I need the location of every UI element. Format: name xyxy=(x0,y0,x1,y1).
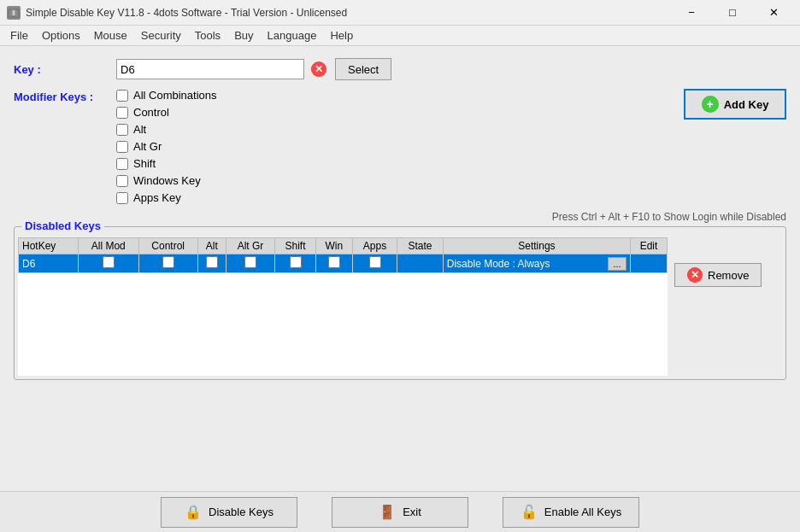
menu-item-options[interactable]: Options xyxy=(35,27,87,44)
disabled-keys-table-wrapper: HotKeyAll ModControlAltAlt GrShiftWinApp… xyxy=(18,237,668,376)
disable-keys-button[interactable]: 🔒 Disable Keys xyxy=(161,497,297,528)
minimize-button[interactable]: − xyxy=(672,0,711,26)
menu-item-mouse[interactable]: Mouse xyxy=(87,27,134,44)
row-checkbox-altGr[interactable] xyxy=(244,256,256,268)
key-label: Key : xyxy=(14,63,116,76)
exit-icon: 🚪 xyxy=(379,504,396,521)
remove-label: Remove xyxy=(708,269,749,282)
table-cell-shift xyxy=(275,254,316,273)
menu-item-tools[interactable]: Tools xyxy=(188,27,227,44)
side-buttons: ✕ Remove xyxy=(674,237,762,376)
table-col-header: HotKey xyxy=(19,238,79,254)
exit-label: Exit xyxy=(403,506,421,518)
menu-item-language[interactable]: Language xyxy=(261,27,324,44)
menu-item-buy[interactable]: Buy xyxy=(227,27,260,44)
table-cell-allMod xyxy=(78,254,138,273)
settings-text: Disable Mode : Always xyxy=(447,258,550,270)
window-title: Simple Disable Key V11.8 - 4dots Softwar… xyxy=(26,7,672,19)
table-cell-apps xyxy=(352,254,397,273)
exit-button[interactable]: 🚪 Exit xyxy=(332,497,468,528)
row-checkbox-alt[interactable] xyxy=(206,256,218,268)
modifier-checkbox-label: Windows Key xyxy=(133,174,201,187)
modifier-checkbox-row: Alt Gr xyxy=(116,140,217,153)
row-checkbox-control[interactable] xyxy=(162,256,174,268)
app-icon xyxy=(7,6,21,20)
table-cell-win xyxy=(315,254,352,273)
red-x-icon: ✕ xyxy=(311,61,326,77)
table-cell-alt xyxy=(197,254,226,273)
menu-item-file[interactable]: File xyxy=(3,27,35,44)
disabled-keys-legend: Disabled Keys xyxy=(21,219,104,232)
disabled-keys-content: HotKeyAll ModControlAltAlt GrShiftWinApp… xyxy=(18,237,782,376)
modifier-checkbox-label: Alt xyxy=(133,123,146,136)
green-plus-icon: + xyxy=(702,96,719,113)
modifier-checkbox-cb-control[interactable] xyxy=(116,107,128,119)
table-cell-settings: Disable Mode : Always... xyxy=(443,254,630,273)
table-row[interactable]: D6Disable Mode : Always... xyxy=(19,254,668,273)
table-header-row: HotKeyAll ModControlAltAlt GrShiftWinApp… xyxy=(19,238,668,254)
modifier-checkboxes: All CombinationsControlAltAlt GrShiftWin… xyxy=(116,89,217,204)
modifier-checkbox-cb-altgr[interactable] xyxy=(116,141,128,153)
select-button[interactable]: Select xyxy=(335,58,391,80)
menu-item-security[interactable]: Security xyxy=(134,27,188,44)
disabled-keys-section: Disabled Keys HotKeyAll ModControlAltAlt… xyxy=(14,226,786,380)
key-row: Key : ✕ Select xyxy=(14,58,786,80)
row-checkbox-win[interactable] xyxy=(328,256,340,268)
lock-icon: 🔒 xyxy=(185,504,202,521)
add-key-button[interactable]: + Add Key xyxy=(684,89,786,120)
table-col-header: Win xyxy=(315,238,352,254)
table-col-header: Apps xyxy=(352,238,397,254)
title-bar: Simple Disable Key V11.8 - 4dots Softwar… xyxy=(0,0,800,26)
add-key-label: Add Key xyxy=(724,98,769,111)
table-col-header: Alt Gr xyxy=(226,238,274,254)
table-cell-state xyxy=(397,254,444,273)
bottom-bar: 🔒 Disable Keys 🚪 Exit 🔓 Enable All Keys xyxy=(0,491,800,532)
modifier-checkbox-row: Shift xyxy=(116,157,217,170)
modifier-checkbox-row: Control xyxy=(116,106,217,119)
menu-item-help[interactable]: Help xyxy=(323,27,360,44)
table-col-header: Alt xyxy=(197,238,226,254)
disable-keys-label: Disable Keys xyxy=(209,506,274,518)
modifier-keys-section: Modifier Keys : All CombinationsControlA… xyxy=(14,89,786,204)
table-col-header: Control xyxy=(138,238,197,254)
modifier-checkbox-cb-allcomb[interactable] xyxy=(116,90,128,102)
remove-red-x-icon: ✕ xyxy=(687,267,703,283)
enable-all-keys-button[interactable]: 🔓 Enable All Keys xyxy=(503,497,639,528)
row-checkbox-allMod[interactable] xyxy=(103,256,115,268)
modifier-checkbox-cb-shift[interactable] xyxy=(116,158,128,170)
table-header: HotKeyAll ModControlAltAlt GrShiftWinApp… xyxy=(19,238,668,254)
modifier-checkbox-row: All Combinations xyxy=(116,89,217,102)
enable-all-keys-label: Enable All Keys xyxy=(544,506,621,518)
modifier-checkbox-row: Apps Key xyxy=(116,191,217,204)
table-cell-altGr xyxy=(226,254,274,273)
settings-dots-button[interactable]: ... xyxy=(608,257,626,271)
row-checkbox-shift[interactable] xyxy=(290,256,302,268)
svg-rect-2 xyxy=(13,12,15,15)
modifier-checkbox-cb-appskey[interactable] xyxy=(116,192,128,204)
modifier-checkbox-cb-winkey[interactable] xyxy=(116,175,128,187)
modifier-checkbox-label: All Combinations xyxy=(133,89,217,102)
table-cell-control xyxy=(138,254,197,273)
modifier-checkbox-cb-alt[interactable] xyxy=(116,124,128,136)
table-col-header: State xyxy=(397,238,444,254)
menu-bar: FileOptionsMouseSecurityToolsBuyLanguage… xyxy=(0,26,800,46)
table-col-header: Settings xyxy=(443,238,630,254)
table-cell-edit xyxy=(631,254,668,273)
modifier-checkbox-label: Apps Key xyxy=(133,191,181,204)
close-button[interactable]: ✕ xyxy=(754,0,793,26)
main-content: Key : ✕ Select Modifier Keys : All Combi… xyxy=(0,46,800,491)
remove-button[interactable]: ✕ Remove xyxy=(674,263,762,287)
modifier-checkbox-row: Windows Key xyxy=(116,174,217,187)
modifier-checkbox-label: Control xyxy=(133,106,169,119)
row-checkbox-apps[interactable] xyxy=(369,256,381,268)
table-col-header: All Mod xyxy=(78,238,138,254)
modifier-checkbox-label: Alt Gr xyxy=(133,140,162,153)
disabled-keys-table: HotKeyAll ModControlAltAlt GrShiftWinApp… xyxy=(18,237,668,273)
modifier-checkbox-row: Alt xyxy=(116,123,217,136)
key-input[interactable] xyxy=(116,59,304,79)
unlock-icon: 🔓 xyxy=(521,504,538,521)
maximize-button[interactable]: □ xyxy=(713,0,752,26)
hint-text: Press Ctrl + Alt + F10 to Show Login whi… xyxy=(14,211,786,223)
key-clear-button[interactable]: ✕ xyxy=(309,60,328,79)
window-controls: − □ ✕ xyxy=(672,0,793,26)
